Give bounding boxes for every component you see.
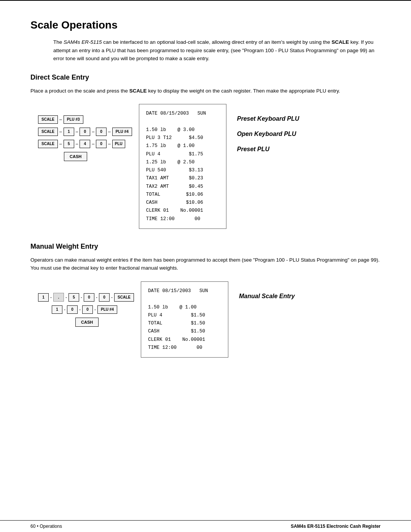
connector-9: – xyxy=(108,141,111,147)
direct-keys-column: SCALE – PLU #3 SCALE – 1 – 0 – 0 – PLU #… xyxy=(38,104,132,161)
label-preset-keyboard: Preset Keyboard PLU xyxy=(237,115,299,122)
decimal-key[interactable]: . xyxy=(53,293,64,302)
manual-key-row-1: 1 - . - 5 - 0 - 0 - SCALE xyxy=(38,293,134,302)
manual-connector-8: - xyxy=(94,307,96,312)
label-preset-plu: Preset PLU xyxy=(237,146,299,153)
manual-key-row-2: 1 - 0 - 0 - PLU #4 xyxy=(52,305,117,314)
manual-connector-4: - xyxy=(96,295,98,300)
plu-key[interactable]: PLU xyxy=(112,140,125,148)
footer-product-name: SAM4s ER-5115 Electronic Cash Register xyxy=(291,524,381,529)
manual-connector-5: - xyxy=(111,295,113,300)
connector-2: – xyxy=(59,129,62,134)
manual-receipt: DATE 08/15/2003 SUN 1.50 lb @ 1.00 PLU 4… xyxy=(141,281,228,358)
product-name: SAM4s ER-5115 xyxy=(64,39,102,45)
scale-key-2[interactable]: SCALE xyxy=(38,128,58,136)
direct-receipt: DATE 08/15/2003 SUN 1.50 lb @ 3.00 PLU 3… xyxy=(139,104,226,229)
manual-keys-column: 1 - . - 5 - 0 - 0 - SCALE 1 - 0 - xyxy=(38,281,134,327)
manual-connector-3: - xyxy=(80,295,83,300)
section-title-direct: Direct Scale Entry xyxy=(30,73,381,81)
label-open-keyboard: Open Keyboard PLU xyxy=(237,131,299,137)
scale-key-1[interactable]: SCALE xyxy=(38,115,58,124)
direct-scale-diagram: SCALE – PLU #3 SCALE – 1 – 0 – 0 – PLU #… xyxy=(38,104,381,229)
connector-8: – xyxy=(91,141,95,147)
manual-key-5[interactable]: 5 xyxy=(68,293,79,302)
plu3-key[interactable]: PLU #3 xyxy=(64,115,83,124)
connector-5: – xyxy=(108,129,111,134)
scale-key-inline: SCALE xyxy=(129,88,147,94)
manual-receipt-labels: Manual Scale Entry xyxy=(239,281,295,300)
key-0-b[interactable]: 0 xyxy=(96,128,107,136)
page-title: Scale Operations xyxy=(30,19,381,31)
key-1-a[interactable]: 1 xyxy=(64,128,74,136)
manual-key-0-a[interactable]: 0 xyxy=(84,293,94,302)
connector-6: – xyxy=(59,141,62,147)
scale-key-ref: SCALE xyxy=(331,39,349,45)
manual-key-1-b[interactable]: 1 xyxy=(52,305,62,314)
connector-3: – xyxy=(75,129,79,134)
manual-plu4-key[interactable]: PLU #4 xyxy=(97,305,117,314)
key-5[interactable]: 5 xyxy=(64,140,74,148)
manual-scale-diagram: 1 - . - 5 - 0 - 0 - SCALE 1 - 0 - xyxy=(38,281,381,358)
page-footer: 60 • Operations SAM4s ER-5115 Electronic… xyxy=(0,520,411,532)
key-row-3: SCALE – 5 – 4 – 0 – PLU xyxy=(38,140,125,148)
key-0-a[interactable]: 0 xyxy=(80,128,90,136)
connector-1: – xyxy=(59,117,62,122)
direct-receipt-labels: Preset Keyboard PLU Open Keyboard PLU Pr… xyxy=(237,104,299,153)
connector-4: – xyxy=(91,129,95,134)
key-row-4: CASH xyxy=(61,152,87,161)
section-desc-direct: Place a product on the scale and press t… xyxy=(30,87,381,95)
manual-connector-2: - xyxy=(65,295,67,300)
key-4[interactable]: 4 xyxy=(80,140,90,148)
manual-connector-7: - xyxy=(79,307,81,312)
content-area: Scale Operations The SAM4s ER-5115 can b… xyxy=(0,8,411,520)
cash-key-1[interactable]: CASH xyxy=(64,152,87,161)
manual-connector-6: - xyxy=(64,307,66,312)
scale-key-3[interactable]: SCALE xyxy=(38,140,58,148)
footer-page-number: 60 • Operations xyxy=(30,524,62,529)
label-manual-scale: Manual Scale Entry xyxy=(239,293,295,300)
manual-key-0-c[interactable]: 0 xyxy=(67,305,78,314)
manual-scale-key[interactable]: SCALE xyxy=(114,293,134,302)
intro-paragraph: The SAM4s ER-5115 can be interfaced to a… xyxy=(30,38,381,63)
manual-key-0-d[interactable]: 0 xyxy=(82,305,93,314)
cash-key-2[interactable]: CASH xyxy=(75,318,99,327)
manual-key-1[interactable]: 1 xyxy=(38,293,49,302)
manual-key-row-3: CASH xyxy=(72,318,99,327)
manual-key-0-b[interactable]: 0 xyxy=(99,293,110,302)
top-rule xyxy=(0,0,411,1)
key-0-c[interactable]: 0 xyxy=(96,140,107,148)
section-desc-manual: Operators can make manual weight entries… xyxy=(30,256,381,272)
manual-connector-1: - xyxy=(50,295,52,300)
key-row-2: SCALE – 1 – 0 – 0 – PLU #4 xyxy=(38,128,132,136)
page-container: Scale Operations The SAM4s ER-5115 can b… xyxy=(0,0,411,532)
connector-7: – xyxy=(75,141,79,147)
section-title-manual: Manual Weight Entry xyxy=(30,243,381,251)
key-row-1: SCALE – PLU #3 xyxy=(38,115,83,124)
plu4-key[interactable]: PLU #4 xyxy=(112,128,132,136)
